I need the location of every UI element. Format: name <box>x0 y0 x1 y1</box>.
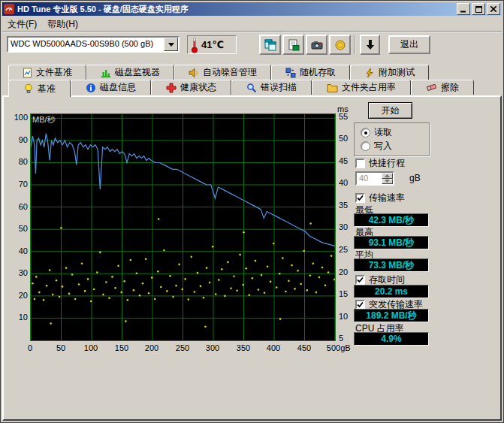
tab-label: 磁盘信息 <box>100 81 136 94</box>
maximize-icon <box>475 6 482 13</box>
short-stroke-checkbox[interactable]: 快捷行程 <box>355 157 405 170</box>
checkbox-checked-icon <box>355 275 365 285</box>
y-left-tick: 30 <box>19 268 28 277</box>
save-screenshot-button[interactable] <box>282 35 304 55</box>
save-icon <box>288 39 300 51</box>
drive-select-dropdown-button[interactable] <box>164 38 178 51</box>
checkbox-checked-icon <box>355 193 365 203</box>
write-radio[interactable]: 写入 <box>361 140 392 153</box>
tab-disk-monitor[interactable]: 磁盘监视器 <box>86 65 174 80</box>
exit-button[interactable]: 退出 <box>388 35 430 54</box>
info-icon <box>86 83 96 93</box>
x-tick: 100 <box>84 343 98 352</box>
download-update-button[interactable] <box>360 35 380 55</box>
app-icon <box>4 4 14 14</box>
drive-select-value: WDC WD5000AADS-00S9B0 (500 gB) <box>8 38 164 51</box>
y-axis-left-labels: 100908070605040302010 <box>8 113 28 341</box>
short-stroke-label: 快捷行程 <box>369 157 405 170</box>
menu-help[interactable]: 帮助(H) <box>42 17 83 32</box>
y-right-tick: 35 <box>339 201 348 210</box>
access-time-value: 20.2 ms <box>354 285 429 298</box>
radio-selected-icon <box>361 128 370 137</box>
gb-unit-label: gB <box>409 173 421 183</box>
y-right-tick: 5 <box>339 334 343 343</box>
lightning-icon <box>364 68 375 78</box>
close-button[interactable] <box>487 3 500 15</box>
stepper-up-button[interactable] <box>382 173 393 179</box>
disk-monitor-icon <box>101 68 111 78</box>
window-title: HD Tune 专业版 5.50 - 硬盘/固态硬盘实用程序 <box>17 4 455 15</box>
y-right-tick: 55 <box>339 112 348 121</box>
tab-health[interactable]: 健康状态 <box>151 80 231 95</box>
health-cross-icon <box>166 83 177 93</box>
x-tick: 0 <box>28 343 32 352</box>
maximize-button[interactable] <box>472 3 485 15</box>
error-scan-icon <box>246 83 257 93</box>
minimize-button[interactable] <box>457 3 470 15</box>
benchmark-chart <box>30 113 336 341</box>
tab-benchmark[interactable]: 基准 <box>8 80 71 97</box>
toolbar: WDC WD5000AADS-00S9B0 (500 gB) 41℃ 退出 <box>2 32 502 59</box>
tab-label: 附加测试 <box>379 66 415 79</box>
tab-label: 文件夹占用率 <box>342 81 396 94</box>
tab-file-benchmark[interactable]: 文件基准 <box>8 65 86 80</box>
tab-row-secondary: 文件基准 磁盘监视器 自动噪音管理 随机存取 附加测试 <box>8 64 429 80</box>
tab-error-scan[interactable]: 错误扫描 <box>231 80 312 95</box>
max-transfer-value: 93.1 MB/秒 <box>354 236 429 249</box>
screenshot-camera-button[interactable] <box>306 35 327 55</box>
radio-unselected-icon <box>361 141 370 151</box>
y-left-tick: 20 <box>19 291 28 300</box>
tab-label: 基准 <box>38 83 56 95</box>
download-arrow-icon <box>364 39 376 51</box>
tab-label: 随机存取 <box>300 66 336 79</box>
y-left-tick: 50 <box>19 224 28 233</box>
tab-auto-acoustic-management[interactable]: 自动噪音管理 <box>174 65 271 80</box>
tab-label: 磁盘监视器 <box>115 66 160 79</box>
x-tick: 200 <box>145 343 158 352</box>
tab-folder-usage[interactable]: 文件夹占用率 <box>312 80 411 95</box>
y-left-tick: 10 <box>19 313 28 322</box>
toolbar-separator <box>354 35 355 55</box>
y-right-tick: 40 <box>339 178 348 187</box>
tab-disk-info[interactable]: 磁盘信息 <box>71 80 151 95</box>
start-button[interactable]: 开始 <box>368 102 412 119</box>
minimize-icon <box>460 6 466 13</box>
x-tick: 250 <box>176 343 189 352</box>
read-radio[interactable]: 读取 <box>361 126 392 139</box>
transfer-rate-checkbox[interactable]: 传输速率 <box>355 192 405 204</box>
write-radio-label: 写入 <box>374 140 392 153</box>
tab-row-primary: 基准 磁盘信息 健康状态 错误扫描 文件夹占用率 擦除 <box>8 80 474 96</box>
tab-erase[interactable]: 擦除 <box>411 80 474 95</box>
y-right-tick: 15 <box>339 289 348 298</box>
copy-screenshot-button[interactable] <box>259 35 281 55</box>
y-right-tick: 10 <box>339 312 348 321</box>
short-stroke-size-stepper[interactable]: 40 <box>355 171 394 186</box>
donate-button[interactable] <box>329 35 351 55</box>
tab-extra-tests[interactable]: 附加测试 <box>350 65 429 80</box>
y-right-tick: 50 <box>339 134 348 143</box>
x-tick: 350 <box>237 343 250 352</box>
x-tick: 400 <box>267 343 280 352</box>
y-right-tick: 30 <box>339 222 348 231</box>
cpu-usage-value: 4.9% <box>354 332 429 346</box>
tab-label: 健康状态 <box>180 81 216 94</box>
y-left-tick: 40 <box>19 246 28 255</box>
eraser-icon <box>426 83 437 92</box>
tab-random-access[interactable]: 随机存取 <box>271 65 350 80</box>
tab-label: 文件基准 <box>36 66 72 79</box>
y-axis-left-unit: MB/秒 <box>32 114 56 125</box>
titlebar: HD Tune 专业版 5.50 - 硬盘/固态硬盘实用程序 <box>2 2 502 16</box>
tab-label: 错误扫描 <box>261 81 297 94</box>
drive-select[interactable]: WDC WD5000AADS-00S9B0 (500 gB) <box>7 36 180 53</box>
chevron-down-icon <box>168 43 174 47</box>
x-tick: 50 <box>56 343 65 352</box>
benchmark-plot-svg <box>31 114 335 340</box>
arrow-up-icon <box>385 174 390 177</box>
menu-file[interactable]: 文件(F) <box>2 17 42 32</box>
y-left-tick: 100 <box>14 113 28 122</box>
stepper-down-button[interactable] <box>382 179 393 185</box>
x-tick: 450 <box>297 343 311 352</box>
temperature-display: 41℃ <box>187 35 237 54</box>
tab-label: 自动噪音管理 <box>203 66 257 79</box>
benchmark-tab-content: MB/秒 ms 100908070605040302010 5550454035… <box>2 95 502 421</box>
